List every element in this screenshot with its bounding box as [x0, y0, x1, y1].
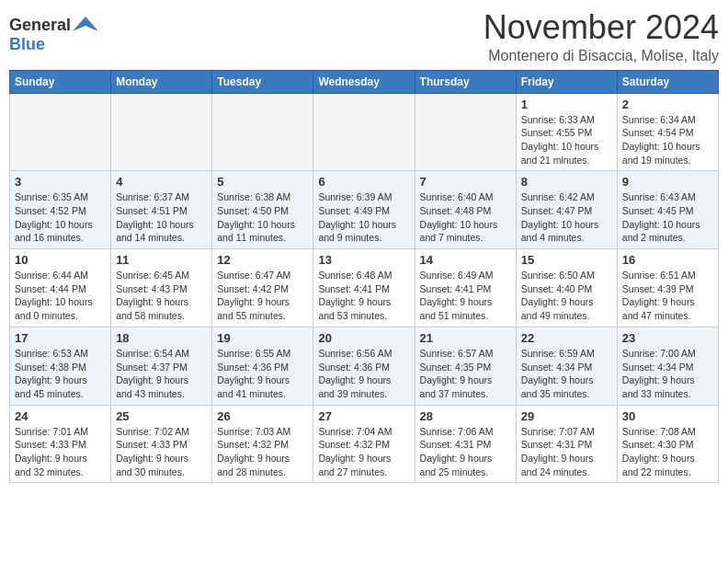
day-info: Sunrise: 7:03 AMSunset: 4:32 PMDaylight:… — [217, 425, 308, 479]
day-info: Sunrise: 6:42 AMSunset: 4:47 PMDaylight:… — [521, 190, 612, 245]
day-number: 4 — [116, 175, 207, 189]
day-info: Sunrise: 6:53 AMSunset: 4:38 PMDaylight:… — [15, 347, 106, 401]
calendar-week-row: 1Sunrise: 6:33 AMSunset: 4:55 PMDaylight… — [10, 93, 719, 171]
svg-marker-0 — [73, 17, 98, 31]
table-row: 22Sunrise: 6:59 AMSunset: 4:34 PMDayligh… — [516, 327, 617, 405]
header-friday: Friday — [516, 70, 617, 93]
header-thursday: Thursday — [415, 70, 516, 93]
day-number: 11 — [116, 253, 207, 267]
table-row: 18Sunrise: 6:54 AMSunset: 4:37 PMDayligh… — [111, 327, 212, 405]
day-info: Sunrise: 6:48 AMSunset: 4:41 PMDaylight:… — [318, 269, 409, 323]
day-number: 16 — [622, 253, 713, 267]
day-number: 21 — [420, 331, 511, 345]
table-row: 1Sunrise: 6:33 AMSunset: 4:55 PMDaylight… — [516, 93, 617, 171]
table-row: 28Sunrise: 7:06 AMSunset: 4:31 PMDayligh… — [415, 405, 516, 483]
day-number: 14 — [420, 253, 511, 267]
logo-bird-icon — [73, 15, 98, 35]
day-info: Sunrise: 6:33 AMSunset: 4:55 PMDaylight:… — [521, 113, 612, 167]
page-header: General Blue November 2024 Montenero di … — [9, 9, 719, 64]
calendar-week-row: 3Sunrise: 6:35 AMSunset: 4:52 PMDaylight… — [10, 171, 719, 249]
table-row: 2Sunrise: 6:34 AMSunset: 4:54 PMDaylight… — [617, 93, 718, 171]
day-info: Sunrise: 6:57 AMSunset: 4:35 PMDaylight:… — [420, 347, 511, 401]
day-number: 22 — [521, 331, 612, 345]
table-row — [415, 93, 516, 171]
table-row: 25Sunrise: 7:02 AMSunset: 4:33 PMDayligh… — [111, 405, 212, 483]
table-row — [111, 93, 212, 171]
day-number: 26 — [217, 409, 308, 423]
day-number: 28 — [420, 409, 511, 423]
table-row: 3Sunrise: 6:35 AMSunset: 4:52 PMDaylight… — [10, 171, 111, 249]
table-row: 23Sunrise: 7:00 AMSunset: 4:34 PMDayligh… — [617, 327, 718, 405]
table-row: 12Sunrise: 6:47 AMSunset: 4:42 PMDayligh… — [212, 249, 313, 327]
day-info: Sunrise: 6:40 AMSunset: 4:48 PMDaylight:… — [420, 190, 511, 245]
calendar-table: Sunday Monday Tuesday Wednesday Thursday… — [9, 70, 719, 484]
table-row: 20Sunrise: 6:56 AMSunset: 4:36 PMDayligh… — [313, 327, 415, 405]
day-info: Sunrise: 6:34 AMSunset: 4:54 PMDaylight:… — [622, 113, 713, 167]
day-info: Sunrise: 6:44 AMSunset: 4:44 PMDaylight:… — [15, 269, 106, 323]
day-number: 7 — [420, 175, 511, 189]
table-row: 16Sunrise: 6:51 AMSunset: 4:39 PMDayligh… — [617, 249, 718, 327]
day-info: Sunrise: 6:56 AMSunset: 4:36 PMDaylight:… — [318, 347, 409, 401]
table-row: 6Sunrise: 6:39 AMSunset: 4:49 PMDaylight… — [313, 171, 415, 249]
day-info: Sunrise: 6:47 AMSunset: 4:42 PMDaylight:… — [217, 269, 308, 323]
header-tuesday: Tuesday — [212, 70, 313, 93]
table-row: 15Sunrise: 6:50 AMSunset: 4:40 PMDayligh… — [516, 249, 617, 327]
day-number: 8 — [521, 175, 612, 189]
day-number: 3 — [15, 175, 106, 189]
day-info: Sunrise: 6:54 AMSunset: 4:37 PMDaylight:… — [116, 347, 207, 401]
table-row — [313, 93, 415, 171]
table-row: 10Sunrise: 6:44 AMSunset: 4:44 PMDayligh… — [10, 249, 111, 327]
day-info: Sunrise: 6:55 AMSunset: 4:36 PMDaylight:… — [217, 347, 308, 401]
day-number: 13 — [318, 253, 409, 267]
day-number: 5 — [217, 175, 308, 189]
header-sunday: Sunday — [10, 70, 111, 93]
header-saturday: Saturday — [617, 70, 718, 93]
table-row: 19Sunrise: 6:55 AMSunset: 4:36 PMDayligh… — [212, 327, 313, 405]
header-monday: Monday — [111, 70, 212, 93]
day-info: Sunrise: 6:38 AMSunset: 4:50 PMDaylight:… — [217, 190, 308, 245]
table-row: 27Sunrise: 7:04 AMSunset: 4:32 PMDayligh… — [313, 405, 415, 483]
location-subtitle: Montenero di Bisaccia, Molise, Italy — [483, 48, 719, 64]
day-number: 30 — [622, 409, 713, 423]
day-info: Sunrise: 6:45 AMSunset: 4:43 PMDaylight:… — [116, 269, 207, 323]
calendar-header-row: Sunday Monday Tuesday Wednesday Thursday… — [10, 70, 719, 93]
day-number: 17 — [15, 331, 106, 345]
day-number: 27 — [318, 409, 409, 423]
logo-general-text: General — [9, 16, 71, 35]
calendar-week-row: 10Sunrise: 6:44 AMSunset: 4:44 PMDayligh… — [10, 249, 719, 327]
day-number: 25 — [116, 409, 207, 423]
table-row — [212, 93, 313, 171]
day-info: Sunrise: 6:51 AMSunset: 4:39 PMDaylight:… — [622, 269, 713, 323]
logo-blue-text: Blue — [9, 35, 45, 53]
table-row: 26Sunrise: 7:03 AMSunset: 4:32 PMDayligh… — [212, 405, 313, 483]
day-info: Sunrise: 6:49 AMSunset: 4:41 PMDaylight:… — [420, 269, 511, 323]
logo: General Blue — [9, 15, 98, 54]
day-info: Sunrise: 6:50 AMSunset: 4:40 PMDaylight:… — [521, 269, 612, 323]
day-number: 6 — [318, 175, 409, 189]
table-row: 11Sunrise: 6:45 AMSunset: 4:43 PMDayligh… — [111, 249, 212, 327]
title-block: November 2024 Montenero di Bisaccia, Mol… — [483, 9, 719, 64]
day-info: Sunrise: 6:59 AMSunset: 4:34 PMDaylight:… — [521, 347, 612, 401]
day-info: Sunrise: 7:08 AMSunset: 4:30 PMDaylight:… — [622, 425, 713, 479]
day-info: Sunrise: 7:00 AMSunset: 4:34 PMDaylight:… — [622, 347, 713, 401]
table-row: 9Sunrise: 6:43 AMSunset: 4:45 PMDaylight… — [617, 171, 718, 249]
day-info: Sunrise: 7:04 AMSunset: 4:32 PMDaylight:… — [318, 425, 409, 479]
day-number: 24 — [15, 409, 106, 423]
day-number: 19 — [217, 331, 308, 345]
day-info: Sunrise: 6:39 AMSunset: 4:49 PMDaylight:… — [318, 190, 409, 245]
table-row: 24Sunrise: 7:01 AMSunset: 4:33 PMDayligh… — [10, 405, 111, 483]
day-number: 23 — [622, 331, 713, 345]
table-row: 14Sunrise: 6:49 AMSunset: 4:41 PMDayligh… — [415, 249, 516, 327]
table-row — [10, 93, 111, 171]
day-info: Sunrise: 6:35 AMSunset: 4:52 PMDaylight:… — [15, 190, 106, 245]
day-info: Sunrise: 7:07 AMSunset: 4:31 PMDaylight:… — [521, 425, 612, 479]
day-number: 18 — [116, 331, 207, 345]
table-row: 7Sunrise: 6:40 AMSunset: 4:48 PMDaylight… — [415, 171, 516, 249]
day-info: Sunrise: 6:37 AMSunset: 4:51 PMDaylight:… — [116, 190, 207, 245]
calendar-week-row: 24Sunrise: 7:01 AMSunset: 4:33 PMDayligh… — [10, 405, 719, 483]
table-row: 21Sunrise: 6:57 AMSunset: 4:35 PMDayligh… — [415, 327, 516, 405]
table-row: 8Sunrise: 6:42 AMSunset: 4:47 PMDaylight… — [516, 171, 617, 249]
day-number: 20 — [318, 331, 409, 345]
day-number: 10 — [15, 253, 106, 267]
day-number: 2 — [622, 98, 713, 111]
